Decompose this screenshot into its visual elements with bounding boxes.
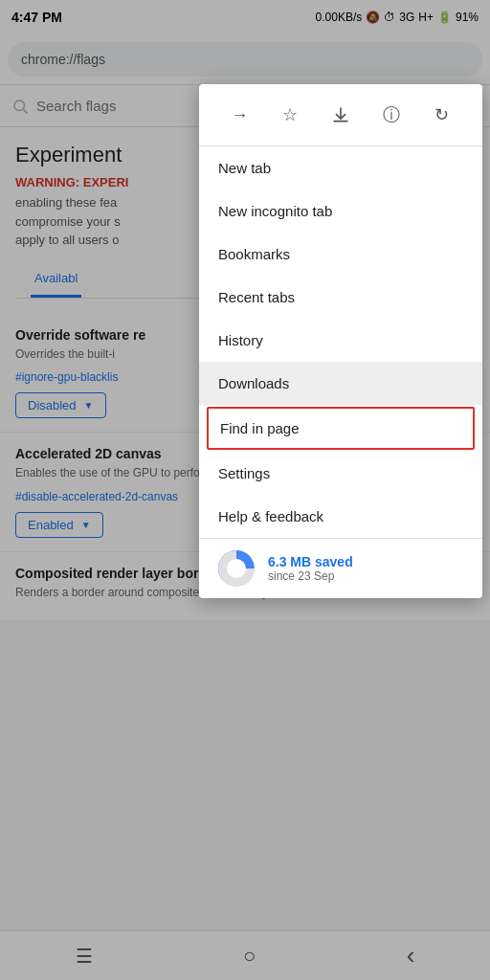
forward-icon-btn[interactable]: → — [222, 98, 256, 132]
data-saver-row: 6.3 MB saved since 23 Sep — [199, 539, 482, 598]
bookmark-icon: ☆ — [282, 104, 298, 125]
menu-label-history: History — [218, 332, 263, 348]
data-saver-text: 6.3 MB saved since 23 Sep — [268, 554, 353, 583]
data-saver-svg — [218, 550, 255, 587]
menu-label-settings: Settings — [218, 465, 270, 481]
info-icon-btn[interactable]: ⓘ — [374, 98, 409, 132]
menu-item-new-tab[interactable]: New tab — [199, 146, 482, 189]
refresh-icon-btn[interactable]: ↻ — [425, 98, 459, 132]
menu-item-recent-tabs[interactable]: Recent tabs — [199, 276, 482, 319]
data-saved-amount: 6.3 MB saved — [268, 554, 353, 569]
menu-label-new-tab: New tab — [218, 160, 271, 176]
data-saved-since: since 23 Sep — [268, 569, 353, 583]
menu-item-find-in-page[interactable]: Find in page — [207, 407, 475, 450]
bookmark-icon-btn[interactable]: ☆ — [273, 98, 307, 132]
menu-item-bookmarks[interactable]: Bookmarks — [199, 233, 482, 276]
info-icon: ⓘ — [383, 103, 400, 126]
menu-icon-row: → ☆ ⓘ ↻ — [199, 84, 482, 146]
menu-label-downloads: Downloads — [218, 375, 289, 391]
menu-label-incognito: New incognito tab — [218, 203, 332, 219]
menu-label-bookmarks: Bookmarks — [218, 246, 290, 262]
menu-label-help: Help & feedback — [218, 508, 323, 524]
menu-item-incognito[interactable]: New incognito tab — [199, 189, 482, 233]
chrome-menu: → ☆ ⓘ ↻ New tab New incognito tab Bookma… — [199, 84, 482, 598]
menu-item-downloads[interactable]: Downloads — [199, 362, 482, 405]
refresh-icon: ↻ — [434, 104, 449, 125]
menu-item-history[interactable]: History — [199, 319, 482, 362]
forward-icon: → — [231, 105, 248, 125]
data-saver-icon — [218, 550, 255, 587]
download-icon — [331, 105, 350, 124]
menu-item-help[interactable]: Help & feedback — [199, 495, 482, 538]
menu-label-recent-tabs: Recent tabs — [218, 289, 295, 305]
menu-label-find-in-page: Find in page — [220, 420, 300, 436]
svg-point-4 — [227, 559, 246, 578]
menu-item-settings[interactable]: Settings — [199, 452, 482, 495]
download-icon-btn[interactable] — [323, 98, 358, 132]
